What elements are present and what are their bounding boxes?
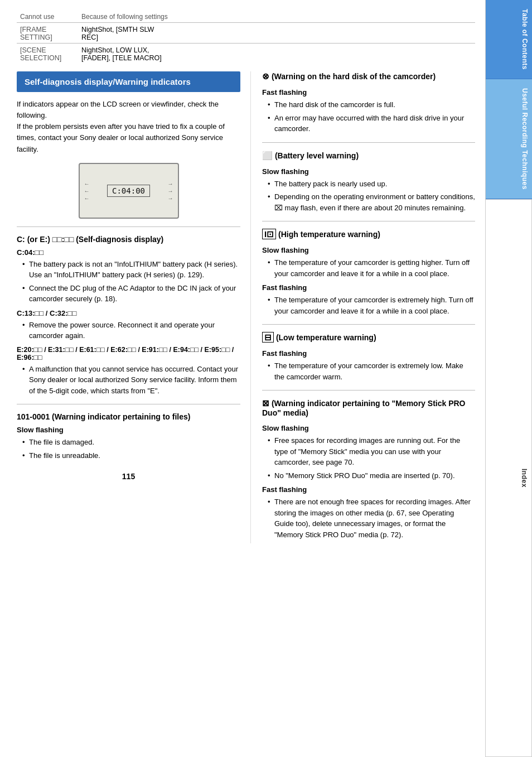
ms-slow-label: Slow flashing [262, 424, 475, 432]
memory-stick-icon: ⊠ [262, 398, 269, 408]
divider-3 [262, 142, 475, 143]
lcd-diagram: ←←← C:04:00 →→→ [79, 163, 179, 219]
right-sidebar: Table of Contents Useful Recording Techn… [485, 0, 532, 757]
table-cell-frame-value: NightShot, [SMTH SLWREC] [78, 23, 475, 44]
divider-4 [262, 221, 475, 221]
high-temp-section: I⊡ (High temperature warning) Slow flash… [262, 229, 475, 316]
page-number: 115 [17, 472, 240, 481]
c04-bullet-2: Connect the DC plug of the AC Adaptor to… [22, 283, 240, 305]
battery-section: ⬜ (Battery level warning) Slow flashing … [262, 151, 475, 214]
sidebar-tab-toc[interactable]: Table of Contents [486, 0, 532, 79]
low-temp-fast-bullets: The temperature of your camcorder is ext… [262, 360, 475, 382]
e-codes-bullet-1: A malfunction that you cannot service ha… [22, 364, 240, 397]
intro-paragraph: If indicators appear on the LCD screen o… [17, 99, 240, 155]
battery-title: ⬜ (Battery level warning) [262, 151, 475, 163]
high-temp-fast-label: Fast flashing [262, 283, 475, 292]
warning-files-bullet-2: The file is unreadable. [22, 450, 240, 461]
cannot-use-table: Cannot use Because of following settings… [17, 11, 475, 64]
c-or-e-title: C: (or E:) □□:□□ (Self-diagnosis display… [17, 235, 240, 244]
battery-bullet-2: Depending on the operating environment o… [268, 191, 475, 213]
right-column: ⊗ (Warning on the hard disk of the camco… [251, 71, 475, 543]
ms-slow-bullet-2: No "Memory Stick PRO Duo" media are inse… [268, 470, 475, 481]
battery-slow-label: Slow flashing [262, 167, 475, 176]
c04-bullet-1: The battery pack is not an "InfoLITHIUM"… [22, 259, 240, 281]
high-temp-fast-bullets: The temperature of your camcorder is ext… [262, 295, 475, 316]
high-temp-slow-bullet-1: The temperature of your camcorder is get… [268, 257, 475, 279]
intro-text-1: If indicators appear on the LCD screen o… [17, 100, 219, 119]
ms-slow-bullets: Free spaces for recording images are run… [262, 435, 475, 481]
divider-6 [262, 390, 475, 390]
c13-bullets: Remove the power source. Reconnect it an… [17, 320, 240, 341]
self-diagnosis-title: Self-diagnosis display/Warning indicator… [25, 77, 191, 86]
c04-label: C:04:□□ [17, 248, 240, 257]
warning-files-title: 101-0001 (Warning indicator pertaining t… [17, 412, 240, 421]
table-header-col1: Cannot use [17, 11, 78, 23]
divider-5 [262, 324, 475, 325]
table-cell-scene-setting: [SCENESELECTION] [17, 44, 78, 64]
hd-bullet-2: An error may have occurred with the hard… [268, 113, 475, 134]
warning-hd-icon: ⊗ [262, 71, 269, 81]
low-temp-title: ⊟ (Low temperature warning) [262, 332, 475, 345]
self-diagnosis-header: Self-diagnosis display/Warning indicator… [17, 71, 240, 92]
e-codes-bullets: A malfunction that you cannot service ha… [17, 364, 240, 397]
high-temp-slow-label: Slow flashing [262, 246, 475, 254]
high-temp-icon: I⊡ [262, 229, 276, 239]
memory-stick-section: ⊠ (Warning indicator pertaining to "Memo… [262, 398, 475, 540]
c04-bullets: The battery pack is not an "InfoLITHIUM"… [17, 259, 240, 305]
sidebar-tab-recording[interactable]: Useful Recording Techniques [486, 79, 532, 199]
c13-label: C:13:□□ / C:32:□□ [17, 309, 240, 317]
high-temp-slow-bullets: The temperature of your camcorder is get… [262, 257, 475, 279]
intro-text-2: If the problem persists even after you h… [17, 122, 225, 153]
divider-2 [17, 404, 240, 404]
lcd-arrows-right: →→→ [168, 180, 173, 201]
hd-bullet-1: The hard disk of the camcorder is full. [268, 99, 475, 110]
lcd-display-text: C:04:00 [107, 185, 150, 197]
table-header-col2: Because of following settings [78, 11, 475, 23]
e-codes-label: E:20:□□ / E:31:□□ / E:61:□□ / E:62:□□ / … [17, 346, 240, 361]
warning-files-bullet-1: The file is damaged. [22, 437, 240, 448]
table-cell-frame-setting: [FRAMESETTING] [17, 23, 78, 44]
warning-files-bullets: The file is damaged. The file is unreada… [17, 437, 240, 461]
lcd-arrows-left: ←←← [84, 180, 90, 201]
battery-icon: ⬜ [262, 151, 273, 160]
hd-fast-bullets: The hard disk of the camcorder is full. … [262, 99, 475, 134]
memory-stick-title: ⊠ (Warning indicator pertaining to "Memo… [262, 398, 475, 420]
ms-fast-label: Fast flashing [262, 485, 475, 494]
hd-fast-label: Fast flashing [262, 88, 475, 97]
low-temp-fast-label: Fast flashing [262, 349, 475, 358]
low-temp-fast-bullet-1: The temperature of your camcorder is ext… [268, 360, 475, 382]
hard-disk-section: ⊗ (Warning on the hard disk of the camco… [262, 71, 475, 134]
left-column: Self-diagnosis display/Warning indicator… [17, 71, 251, 543]
battery-slow-bullets: The battery pack is nearly used up. Depe… [262, 179, 475, 214]
sidebar-tab-index[interactable]: Index [486, 199, 532, 757]
main-content: Cannot use Because of following settings… [0, 0, 485, 757]
table-cell-scene-value: NightShot, LOW LUX,[FADER], [TELE MACRO] [78, 44, 475, 64]
ms-fast-bullets: There are not enough free spaces for rec… [262, 496, 475, 540]
high-temp-fast-bullet-1: The temperature of your camcorder is ext… [268, 295, 475, 316]
low-temp-section: ⊟ (Low temperature warning) Fast flashin… [262, 332, 475, 382]
high-temp-title: I⊡ (High temperature warning) [262, 229, 475, 242]
slow-flash-label-files: Slow flashing [17, 426, 240, 434]
ms-fast-bullet-1: There are not enough free spaces for rec… [268, 496, 475, 540]
low-temp-icon: ⊟ [262, 332, 274, 343]
c13-bullet-1: Remove the power source. Reconnect it an… [22, 320, 240, 341]
divider-1 [17, 226, 240, 227]
ms-slow-bullet-1: Free spaces for recording images are run… [268, 435, 475, 468]
battery-bullet-1: The battery pack is nearly used up. [268, 179, 475, 190]
hard-disk-title: ⊗ (Warning on the hard disk of the camco… [262, 71, 475, 84]
